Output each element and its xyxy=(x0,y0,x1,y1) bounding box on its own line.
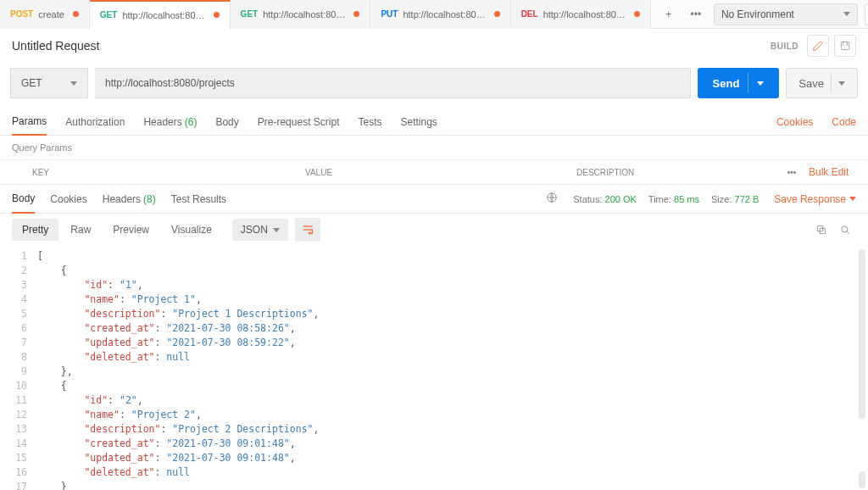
line-source: "deleted_at": null xyxy=(37,465,190,480)
save-response-button[interactable]: Save Response xyxy=(774,193,856,205)
tab-label: create xyxy=(38,9,64,19)
environment-selector[interactable]: No Environment xyxy=(714,3,858,25)
code-line: 1[ xyxy=(0,249,868,264)
code-link[interactable]: Code xyxy=(832,116,856,128)
code-line: 8 "deleted_at": null xyxy=(0,350,868,365)
line-number: 10 xyxy=(0,379,37,393)
tab-label: http://localhost:80… xyxy=(263,9,345,19)
code-line: 17 } xyxy=(0,480,868,490)
chevron-down-icon xyxy=(757,81,764,86)
chevron-down-icon xyxy=(849,197,856,201)
wrap-lines-button[interactable] xyxy=(295,218,320,242)
tab-actions: + ••• xyxy=(651,3,714,25)
line-number: 4 xyxy=(0,292,37,307)
code-line: 6 "created_at": "2021-07-30 08:58:26", xyxy=(0,321,868,336)
tab-headers-label: Headers xyxy=(143,116,181,128)
line-source: [ xyxy=(37,249,43,264)
tab-prerequest[interactable]: Pre-request Script xyxy=(258,109,340,136)
format-visualize[interactable]: Visualize xyxy=(161,219,222,241)
time-label: Time: xyxy=(648,194,671,204)
line-number: 12 xyxy=(0,408,37,422)
environment-quicklook-button[interactable] xyxy=(865,3,868,25)
request-tabs: Params Authorization Headers (6) Body Pr… xyxy=(0,109,868,136)
request-header: Untitled Request BUILD xyxy=(0,29,868,63)
line-source: "description": "Project 1 Descriptions", xyxy=(37,307,319,321)
send-button[interactable]: Send xyxy=(698,68,780,98)
request-tab[interactable]: GEThttp://localhost:80… xyxy=(90,0,231,29)
url-input[interactable] xyxy=(95,68,691,98)
tab-tests[interactable]: Tests xyxy=(358,109,381,136)
request-tab[interactable]: DELhttp://localhost:80… xyxy=(511,0,651,29)
line-source: "name": "Project 1", xyxy=(37,292,202,307)
save-icon-button[interactable] xyxy=(834,35,856,57)
method-badge: GET xyxy=(241,9,259,19)
response-tab-tests[interactable]: Test Results xyxy=(171,185,226,214)
tab-authorization[interactable]: Authorization xyxy=(65,109,125,136)
size-label: Size: xyxy=(711,194,732,204)
cookies-link[interactable]: Cookies xyxy=(776,116,813,128)
response-body[interactable]: 1[2 {3 "id": "1",4 "name": "Project 1",5… xyxy=(0,246,868,490)
tab-bar: POSTcreateGEThttp://localhost:80…GEThttp… xyxy=(0,0,868,29)
copy-button[interactable] xyxy=(810,219,832,241)
response-tab-headers-label: Headers xyxy=(103,193,141,205)
scrollbar-thumb[interactable] xyxy=(859,471,865,488)
method-badge: DEL xyxy=(521,9,538,19)
save-response-label: Save Response xyxy=(774,193,846,205)
format-type-selector[interactable]: JSON xyxy=(232,219,288,241)
status-info: Status: 200 OK Time: 85 ms Size: 772 B xyxy=(573,194,759,204)
svg-line-16 xyxy=(847,231,849,234)
tab-headers-count: (6) xyxy=(185,116,198,128)
response-tabs: Body Cookies Headers (8) Test Results St… xyxy=(0,185,868,214)
line-source: "deleted_at": null xyxy=(37,350,190,365)
code-line: 14 "created_at": "2021-07-30 09:01:48", xyxy=(0,437,868,451)
line-source: "name": "Project 2", xyxy=(37,408,202,422)
code-line: 16 "deleted_at": null xyxy=(0,465,868,480)
code-line: 2 { xyxy=(0,264,868,278)
line-number: 14 xyxy=(0,437,37,451)
search-button[interactable] xyxy=(834,219,856,241)
status-value: 200 OK xyxy=(605,194,637,204)
method-badge: GET xyxy=(100,10,118,19)
bulk-edit-link[interactable]: Bulk Edit xyxy=(809,166,868,178)
comments-button[interactable] xyxy=(807,35,829,57)
method-selector[interactable]: GET xyxy=(10,68,88,98)
method-value: GET xyxy=(21,77,42,89)
line-source: { xyxy=(37,379,67,393)
tab-params[interactable]: Params xyxy=(12,109,47,136)
format-pretty[interactable]: Pretty xyxy=(12,219,58,241)
code-line: 3 "id": "1", xyxy=(0,278,868,292)
tab-body[interactable]: Body xyxy=(215,109,238,136)
response-tab-body[interactable]: Body xyxy=(12,185,35,214)
code-line: 7 "updated_at": "2021-07-30 08:59:22", xyxy=(0,336,868,350)
chevron-down-icon xyxy=(843,12,850,16)
tab-label: http://localhost:80… xyxy=(122,10,204,20)
response-tab-cookies[interactable]: Cookies xyxy=(50,185,86,214)
scrollbar-thumb[interactable] xyxy=(859,249,865,419)
code-line: 4 "name": "Project 1", xyxy=(0,292,868,307)
response-format-bar: Pretty Raw Preview Visualize JSON xyxy=(0,214,868,246)
line-number: 9 xyxy=(0,365,37,379)
save-button[interactable]: Save xyxy=(786,68,858,98)
line-number: 17 xyxy=(0,480,37,490)
request-tab[interactable]: GEThttp://localhost:80… xyxy=(231,0,371,29)
line-number: 1 xyxy=(0,249,37,264)
new-tab-button[interactable]: + xyxy=(658,3,680,25)
request-tab[interactable]: POSTcreate xyxy=(0,0,90,29)
format-raw[interactable]: Raw xyxy=(60,219,101,241)
tab-settings[interactable]: Settings xyxy=(401,109,437,136)
format-preview[interactable]: Preview xyxy=(103,219,159,241)
globe-icon[interactable] xyxy=(546,192,558,206)
line-source: "description": "Project 2 Descriptions", xyxy=(37,422,319,437)
request-tab[interactable]: PUThttp://localhost:80… xyxy=(370,0,510,29)
chevron-down-icon xyxy=(273,228,280,232)
response-tab-headers[interactable]: Headers (8) xyxy=(103,185,156,214)
line-source: } xyxy=(37,480,67,490)
tab-headers[interactable]: Headers (6) xyxy=(143,109,197,136)
unsaved-dot-icon xyxy=(353,11,359,17)
params-options-button[interactable]: ••• xyxy=(775,168,809,177)
code-line: 9 }, xyxy=(0,365,868,379)
chevron-down-icon xyxy=(70,81,77,86)
tab-overflow-button[interactable]: ••• xyxy=(685,3,707,25)
line-source: }, xyxy=(37,365,73,379)
col-description: DESCRIPTION xyxy=(576,168,775,177)
